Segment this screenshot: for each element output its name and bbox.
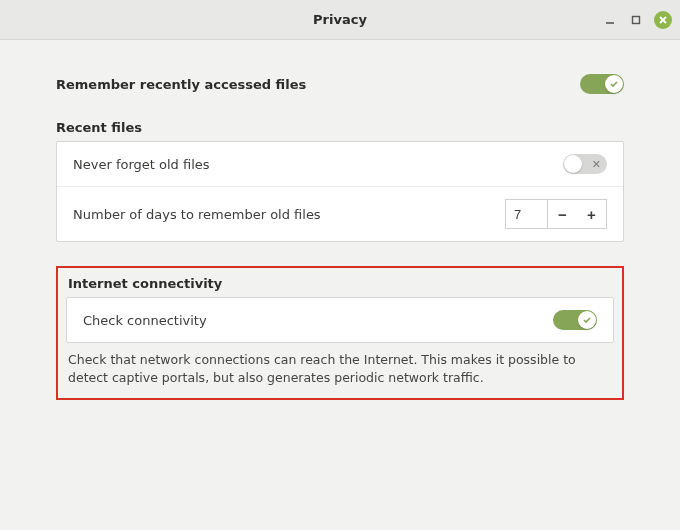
- recent-files-card: Never forget old files ✕ Number of days …: [56, 141, 624, 242]
- window-buttons: [602, 0, 672, 40]
- days-input[interactable]: [505, 199, 547, 229]
- days-row: Number of days to remember old files − +: [57, 186, 623, 241]
- toggle-knob: [578, 311, 596, 329]
- content-area: Remember recently accessed files Recent …: [0, 40, 680, 424]
- svg-rect-1: [633, 17, 640, 24]
- remember-toggle[interactable]: [580, 74, 624, 94]
- recent-files-heading: Recent files: [56, 120, 624, 135]
- internet-description: Check that network connections can reach…: [68, 351, 612, 386]
- never-forget-row: Never forget old files ✕: [57, 142, 623, 186]
- x-icon: ✕: [592, 159, 601, 170]
- days-decrement-button[interactable]: −: [547, 199, 577, 229]
- days-stepper: − +: [505, 199, 607, 229]
- toggle-knob: [605, 75, 623, 93]
- remember-label: Remember recently accessed files: [56, 77, 306, 92]
- check-label: Check connectivity: [83, 313, 207, 328]
- never-forget-label: Never forget old files: [73, 157, 210, 172]
- internet-heading: Internet connectivity: [68, 276, 614, 291]
- check-row: Check connectivity: [67, 298, 613, 342]
- internet-card: Check connectivity: [66, 297, 614, 343]
- minimize-button[interactable]: [602, 12, 618, 28]
- window-title: Privacy: [313, 12, 367, 27]
- days-label: Number of days to remember old files: [73, 207, 321, 222]
- remember-row: Remember recently accessed files: [56, 64, 624, 114]
- close-button[interactable]: [654, 11, 672, 29]
- maximize-button[interactable]: [628, 12, 644, 28]
- toggle-knob: [564, 155, 582, 173]
- days-increment-button[interactable]: +: [577, 199, 607, 229]
- internet-section-highlight: Internet connectivity Check connectivity…: [56, 266, 624, 400]
- titlebar: Privacy: [0, 0, 680, 40]
- check-toggle[interactable]: [553, 310, 597, 330]
- never-forget-toggle[interactable]: ✕: [563, 154, 607, 174]
